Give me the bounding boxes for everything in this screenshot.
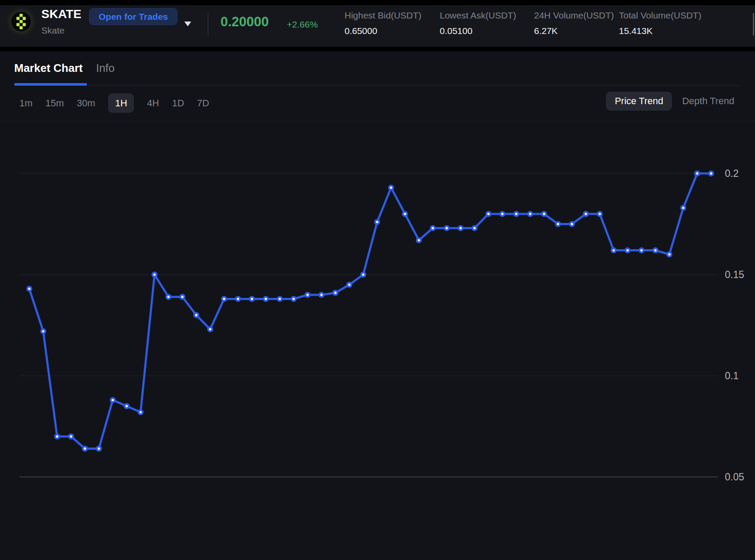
stat-value: 0.05100	[440, 26, 472, 36]
view-toggle: Price TrendDepth Trend	[606, 92, 734, 111]
last-price: 0.20000	[221, 14, 269, 30]
stat-label: Lowest Ask(USDT)	[440, 10, 516, 21]
price-change-percent: +2.66%	[287, 19, 318, 30]
tabs-row: Market ChartInfo	[0, 51, 755, 86]
token-symbol: SKATE	[41, 7, 81, 21]
chart-toolbar: 1m15m30m1H4H1D7D Price TrendDepth Trend	[0, 86, 755, 121]
tab-market-chart[interactable]: Market Chart	[14, 62, 83, 75]
header-divider	[208, 12, 208, 36]
market-page: SKATE Skate Open for Trades 0.20000 +2.6…	[0, 0, 755, 560]
market-content: Market ChartInfo 1m15m30m1H4H1D7D Price …	[0, 51, 755, 560]
svg-text:0.15: 0.15	[725, 269, 744, 280]
stat-value: 0.65000	[345, 26, 377, 36]
token-header: SKATE Skate Open for Trades 0.20000 +2.6…	[0, 5, 755, 47]
interval-button-1m[interactable]: 1m	[19, 98, 33, 109]
svg-text:0.05: 0.05	[725, 471, 744, 483]
interval-button-1d[interactable]: 1D	[172, 98, 184, 109]
svg-text:0.2: 0.2	[725, 168, 739, 179]
header-separator	[0, 47, 755, 51]
chevron-down-icon[interactable]	[184, 22, 191, 26]
stat-value: 15.413K	[619, 26, 652, 36]
pixel-s-glyph	[16, 14, 26, 29]
stat-label: Total Volume(USDT)	[619, 10, 701, 21]
interval-selector: 1m15m30m1H4H1D7D	[19, 93, 209, 113]
interval-button-1h[interactable]: 1H	[108, 93, 134, 113]
tab-info[interactable]: Info	[96, 62, 115, 75]
scrollbar-thumb[interactable]	[753, 13, 754, 36]
interval-button-7d[interactable]: 7D	[197, 98, 209, 109]
token-logo-icon	[11, 12, 31, 31]
interval-button-30m[interactable]: 30m	[77, 98, 95, 109]
interval-button-4h[interactable]: 4H	[147, 98, 159, 109]
stat-value: 6.27K	[534, 26, 558, 36]
stat-label: Highest Bid(USDT)	[345, 10, 422, 21]
tabs: Market ChartInfo	[14, 62, 115, 75]
interval-button-15m[interactable]: 15m	[46, 98, 64, 109]
svg-text:0.1: 0.1	[725, 370, 739, 381]
price-line-chart[interactable]: 0.20.150.10.05	[0, 121, 755, 560]
stat-label: 24H Volume(USDT)	[534, 10, 614, 21]
status-badge: Open for Trades	[89, 8, 177, 25]
price-trend-button[interactable]: Price Trend	[606, 92, 672, 111]
token-name: Skate	[41, 25, 65, 36]
chart-area: 0.20.150.10.05	[0, 121, 755, 560]
depth-trend-button[interactable]: Depth Trend	[682, 96, 734, 107]
